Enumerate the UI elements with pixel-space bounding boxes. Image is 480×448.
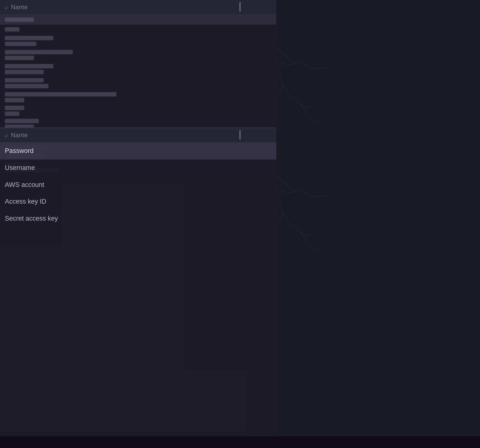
list-item-password[interactable]: Password	[0, 143, 276, 160]
redacted-text	[5, 112, 19, 116]
redacted-text	[5, 36, 53, 40]
scroll-indicator-top	[240, 2, 240, 12]
redacted-text	[5, 56, 34, 60]
redacted-text	[5, 119, 39, 123]
search-icon: ⌕	[5, 4, 8, 10]
redacted-text	[5, 64, 53, 68]
panel-divider	[0, 128, 276, 128]
bottom-panel: ⌕ Password Username AWS account Access k…	[0, 128, 276, 448]
top-item-8[interactable]	[0, 104, 276, 117]
bottom-search-input[interactable]	[11, 131, 272, 139]
list-item-aws-account[interactable]: AWS account	[0, 176, 276, 193]
redacted-text	[5, 78, 44, 82]
top-panel: ⌕ AWS	[0, 0, 276, 128]
redacted-text	[5, 106, 24, 110]
redacted-text	[5, 27, 19, 32]
bottom-search-bar[interactable]: ⌕	[0, 128, 276, 143]
top-item-4[interactable]	[0, 48, 276, 62]
redacted-text	[5, 98, 24, 102]
redacted-text	[5, 84, 48, 88]
top-item-1[interactable]	[0, 15, 276, 25]
redacted-text	[5, 42, 36, 46]
search-icon-bottom: ⌕	[5, 132, 8, 138]
top-item-2[interactable]	[0, 25, 276, 34]
top-item-3[interactable]	[0, 34, 276, 48]
list-item-secret-access-key[interactable]: Secret access key	[0, 210, 276, 227]
top-item-7[interactable]	[0, 90, 276, 104]
list-item-access-key-id[interactable]: Access key ID	[0, 193, 276, 210]
top-item-5[interactable]	[0, 62, 276, 76]
scroll-indicator-bottom	[240, 130, 240, 140]
redacted-text	[5, 50, 73, 54]
top-search-bar[interactable]: ⌕	[0, 0, 276, 15]
top-search-input[interactable]	[11, 3, 272, 11]
redacted-text	[5, 17, 34, 22]
bottom-bar	[0, 436, 480, 448]
redacted-text	[5, 92, 116, 96]
list-item-username[interactable]: Username	[0, 160, 276, 176]
redacted-text	[5, 70, 44, 74]
top-item-6[interactable]	[0, 76, 276, 90]
